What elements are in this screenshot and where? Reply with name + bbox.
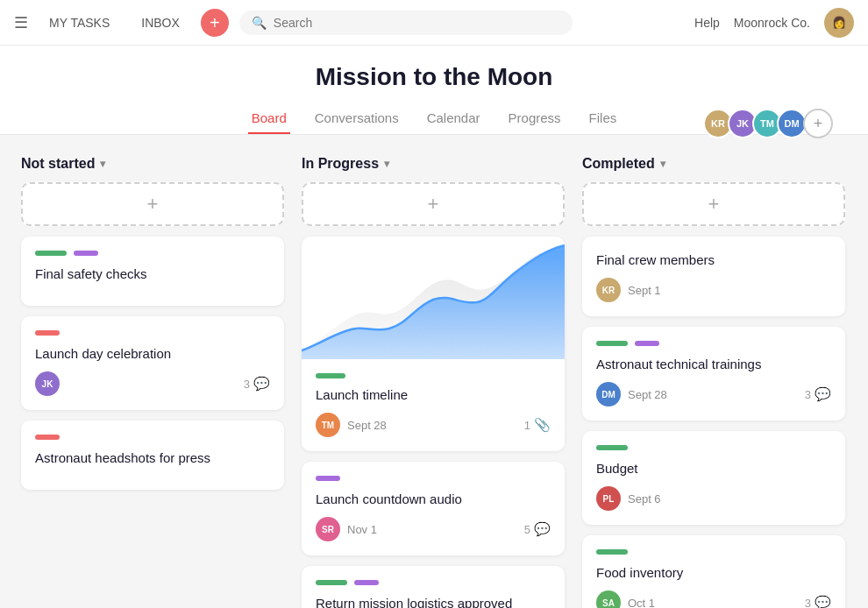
card-attach-meta: 1 📎 <box>524 417 551 433</box>
column-title-completed: Completed <box>582 156 655 172</box>
column-header-in-progress: In Progress ▾ <box>302 156 565 172</box>
column-title-not-started: Not started <box>21 156 95 172</box>
card-title: Food inventory <box>596 563 831 582</box>
card-title: Launch countdown audio <box>316 490 551 508</box>
top-navigation: ☰ MY TASKS INBOX + 🔍 Help Moonrock Co. 👩 <box>0 0 868 46</box>
chart-svg <box>302 237 565 359</box>
add-card-not-started[interactable]: + <box>21 182 284 226</box>
tag-pink <box>35 330 60 336</box>
tab-calendar[interactable]: Calendar <box>423 103 484 134</box>
comment-icon: 💬 <box>253 376 270 392</box>
tag-green <box>596 341 628 346</box>
tag-purple <box>354 580 379 585</box>
add-card-in-progress[interactable]: + <box>302 182 565 226</box>
tab-conversations[interactable]: Conversations <box>311 103 402 134</box>
card-avatar: SR <box>316 517 340 541</box>
card-tags <box>316 476 551 481</box>
board: Not started ▾ + Final safety checks Laun… <box>0 135 868 608</box>
card-footer: DM Sept 28 3 💬 <box>596 382 831 407</box>
card-footer: SA Oct 1 3 💬 <box>596 590 831 608</box>
card-date: Oct 1 <box>628 597 655 609</box>
comment-icon: 💬 <box>815 595 831 608</box>
card-avatar: PL <box>596 486 621 511</box>
column-completed: Completed ▾ + Final crew members KR Sept… <box>582 156 845 608</box>
card-return-mission-logistics: Return mission logistics approved BL Oct… <box>302 566 565 608</box>
card-launch-day-celebration: Launch day celebration JK 3 💬 <box>21 316 284 410</box>
card-footer: JK 3 💬 <box>35 371 270 396</box>
tab-files[interactable]: Files <box>586 103 621 134</box>
card-tags <box>316 580 551 585</box>
card-date: Nov 1 <box>347 523 377 536</box>
tag-green <box>316 580 347 585</box>
card-avatar: KR <box>596 278 621 302</box>
comment-count: 3 <box>805 388 811 401</box>
chart-tag <box>316 373 345 378</box>
card-footer: KR Sept 1 <box>596 278 831 302</box>
column-chevron-not-started[interactable]: ▾ <box>100 158 105 170</box>
project-members: KR JK TM DM + <box>703 109 833 138</box>
column-header-not-started: Not started ▾ <box>21 156 284 172</box>
card-footer: SR Nov 1 5 💬 <box>316 517 551 541</box>
topnav-right: Help Moonrock Co. 👩 <box>694 8 854 38</box>
card-comment-meta: 3 💬 <box>805 595 831 608</box>
card-avatar: DM <box>596 382 621 407</box>
card-title: Budget <box>596 459 831 477</box>
card-comment-meta: 5 💬 <box>524 521 551 537</box>
my-tasks-tab[interactable]: MY TASKS <box>39 11 120 35</box>
member-avatar-4[interactable]: DM <box>777 109 807 138</box>
tag-purple <box>74 251 98 256</box>
card-tags <box>35 330 270 336</box>
tag-green <box>596 445 628 450</box>
card-date: Sept 28 <box>628 388 667 401</box>
card-title: Launch timeline <box>316 385 551 404</box>
card-comment-meta: 3 💬 <box>805 386 831 402</box>
card-tags <box>35 251 270 256</box>
attachment-icon: 📎 <box>534 417 551 433</box>
add-card-completed[interactable]: + <box>582 182 845 226</box>
card-title: Astronaut technical trainings <box>596 355 831 373</box>
column-in-progress: In Progress ▾ + <box>302 156 565 608</box>
card-final-crew-members: Final crew members KR Sept 1 <box>582 237 845 316</box>
comment-count: 3 <box>244 378 250 391</box>
search-icon: 🔍 <box>252 16 267 30</box>
comment-icon: 💬 <box>815 386 831 402</box>
card-tags <box>596 549 831 555</box>
inbox-tab[interactable]: INBOX <box>131 11 190 35</box>
card-tags <box>35 435 270 440</box>
card-avatar: SA <box>596 590 621 608</box>
help-link[interactable]: Help <box>694 16 720 30</box>
column-chevron-in-progress[interactable]: ▾ <box>384 158 389 170</box>
project-header-wrapper: Mission to the Moon Board Conversations … <box>0 46 868 135</box>
add-member-button[interactable]: + <box>803 109 833 138</box>
card-title: Launch day celebration <box>35 344 270 363</box>
tag-pink <box>35 435 60 440</box>
card-food-inventory: Food inventory SA Oct 1 3 💬 <box>582 535 845 608</box>
search-input[interactable] <box>274 16 560 30</box>
card-avatar: TM <box>316 413 340 437</box>
search-bar: 🔍 <box>239 11 573 35</box>
chart-card-body: Launch timeline TM Sept 28 1 📎 <box>302 363 565 451</box>
card-title: Final safety checks <box>35 265 270 283</box>
card-title: Return mission logistics approved <box>316 594 551 608</box>
tag-green <box>596 549 628 555</box>
card-tags <box>596 341 831 346</box>
card-title: Final crew members <box>596 251 831 269</box>
hamburger-menu-icon[interactable]: ☰ <box>14 13 28 32</box>
card-launch-countdown-audio: Launch countdown audio SR Nov 1 5 💬 <box>302 462 565 555</box>
card-comment-meta: 3 💬 <box>244 376 270 392</box>
company-name: Moonrock Co. <box>734 16 810 30</box>
comment-icon: 💬 <box>534 521 551 537</box>
user-avatar[interactable]: 👩 <box>824 8 854 38</box>
column-chevron-completed[interactable]: ▾ <box>660 158 665 170</box>
comment-count: 3 <box>805 597 811 609</box>
card-final-safety-checks: Final safety checks <box>21 237 284 306</box>
tab-progress[interactable]: Progress <box>505 103 565 134</box>
card-launch-timeline: Launch timeline TM Sept 28 1 📎 <box>302 237 565 451</box>
create-button[interactable]: + <box>201 9 229 37</box>
card-footer: PL Sept 6 <box>596 486 831 511</box>
card-budget: Budget PL Sept 6 <box>582 431 845 525</box>
card-date: Sept 1 <box>628 284 661 297</box>
card-avatar: JK <box>35 371 60 396</box>
card-astronaut-technical-trainings: Astronaut technical trainings DM Sept 28… <box>582 327 845 421</box>
tab-board[interactable]: Board <box>248 103 290 134</box>
